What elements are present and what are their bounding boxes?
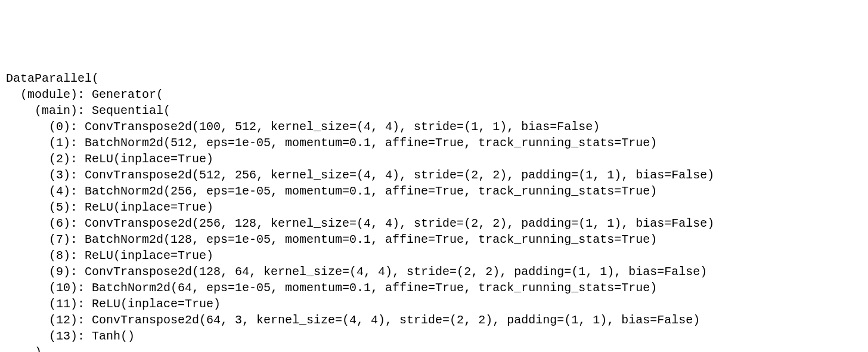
model-repr: DataParallel( (module): Generator( (main… bbox=[6, 70, 862, 352]
